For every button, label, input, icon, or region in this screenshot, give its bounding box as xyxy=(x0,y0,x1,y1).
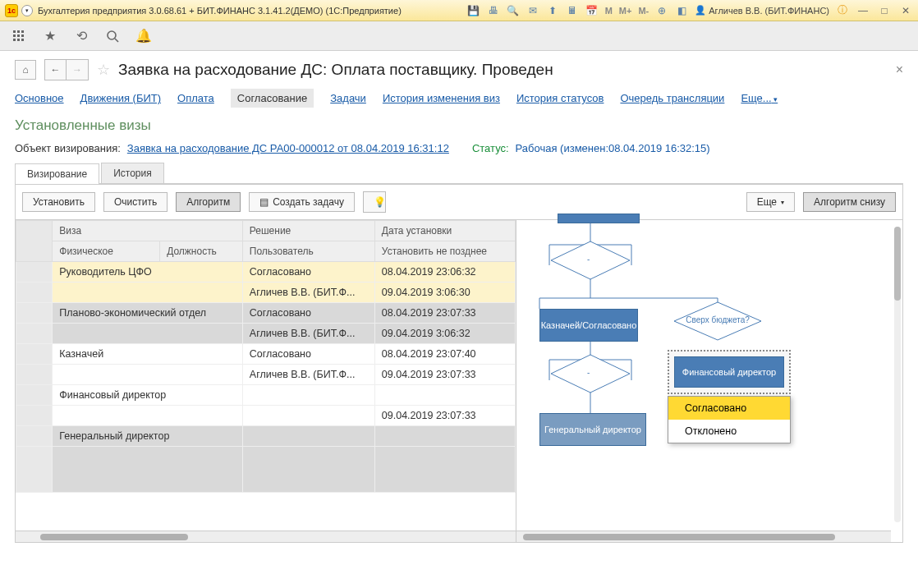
print-icon[interactable]: 🖶 xyxy=(487,4,500,17)
main-toolbar: ★ ⟲ 🔔 xyxy=(0,21,918,51)
table-row[interactable]: Агличев В.В. (БИТ.Ф...09.04.2019 3:06:30 xyxy=(16,283,516,303)
sub-tabs: Визирование История xyxy=(15,163,903,184)
tab-approval[interactable]: Согласование xyxy=(231,89,314,108)
horizontal-scrollbar[interactable] xyxy=(16,531,516,542)
minimize-button[interactable]: — xyxy=(856,4,870,17)
header-position: Должность xyxy=(160,241,243,262)
mail-icon[interactable]: ✉ xyxy=(526,4,539,17)
table-row[interactable]: Руководитель ЦФОСогласовано08.04.2019 23… xyxy=(16,262,516,283)
titlebar: 1c ▾ Бухгалтерия предприятия 3.0.68.61 +… xyxy=(0,0,918,21)
svg-rect-8 xyxy=(21,39,24,41)
tab-main[interactable]: Основное xyxy=(15,92,64,104)
tab-tasks[interactable]: Задачи xyxy=(330,92,366,104)
tab-status-history[interactable]: История статусов xyxy=(516,92,604,104)
maximize-button[interactable]: □ xyxy=(877,4,892,17)
page-title: Заявка на расходование ДС: Оплата постав… xyxy=(118,61,553,79)
svg-marker-24 xyxy=(551,241,630,279)
flow-node-treasurer[interactable]: Казначей/Согласовано xyxy=(539,309,638,342)
object-link[interactable]: Заявка на расходование ДС РА00-000012 от… xyxy=(127,142,449,154)
svg-rect-7 xyxy=(17,39,20,41)
favorites-star-icon[interactable]: ★ xyxy=(43,29,57,44)
flowchart[interactable]: - Казначей/Согласовано Сверх бюджета? - xyxy=(516,220,902,542)
back-icon[interactable]: ◧ xyxy=(675,4,688,17)
current-user[interactable]: 👤Агличев В.В. (БИТ.ФИНАНС) xyxy=(695,5,829,16)
table-row[interactable]: КазначейСогласовано08.04.2019 23:07:40 xyxy=(16,344,516,365)
algorithm-button[interactable]: Алгоритм xyxy=(176,192,241,212)
flow-decision-small-2[interactable]: - xyxy=(549,353,631,394)
calendar-icon[interactable]: 📅 xyxy=(585,4,599,17)
preview-icon[interactable]: 🔍 xyxy=(507,4,520,17)
approval-grid-pane: Виза Решение Дата установки Физическое Д… xyxy=(16,220,516,542)
flow-node-fin-director[interactable]: Финансовый директор xyxy=(674,356,784,388)
create-task-button[interactable]: ▤Создать задачу xyxy=(249,192,355,212)
table-row[interactable]: Планово-экономический отделСогласовано08… xyxy=(16,303,516,324)
bell-icon[interactable]: 🔔 xyxy=(136,29,151,44)
tab-visa-history[interactable]: История изменения виз xyxy=(383,92,500,104)
svg-point-9 xyxy=(108,31,116,39)
header-visa: Виза xyxy=(53,221,243,241)
flow-decision-budget[interactable]: Сверх бюджета? xyxy=(672,301,763,342)
header-physical: Физическое xyxy=(53,241,160,262)
status-value: Рабочая (изменен:08.04.2019 16:32:15) xyxy=(516,142,710,154)
close-window-button[interactable]: ✕ xyxy=(898,4,913,17)
clear-button[interactable]: Очистить xyxy=(103,192,168,212)
hint-button[interactable]: 💡 xyxy=(363,191,386,213)
nav-forward-button[interactable]: → xyxy=(67,60,88,80)
object-label: Объект визирования: xyxy=(15,142,121,154)
m-plus-button[interactable]: M+ xyxy=(619,6,632,16)
subtab-history[interactable]: История xyxy=(101,163,164,183)
svg-marker-26 xyxy=(551,355,630,393)
m-minus-button[interactable]: M- xyxy=(638,6,649,16)
window-title: Бухгалтерия предприятия 3.0.68.61 + БИТ.… xyxy=(38,6,402,16)
m-button[interactable]: M xyxy=(605,6,613,16)
svg-rect-1 xyxy=(17,30,20,33)
flowchart-pane: - Казначей/Согласовано Сверх бюджета? - xyxy=(516,220,902,542)
header-decision: Решение xyxy=(242,221,374,241)
save-icon[interactable]: 💾 xyxy=(467,4,480,17)
flow-node-top[interactable] xyxy=(558,214,640,223)
home-button[interactable]: ⌂ xyxy=(15,60,36,80)
header-deadline: Установить не позднее xyxy=(374,241,515,262)
tab-more[interactable]: Еще... xyxy=(741,92,778,104)
set-button[interactable]: Установить xyxy=(22,192,95,212)
calculator-icon[interactable]: 🖩 xyxy=(566,4,579,17)
ctx-approved[interactable]: Согласовано xyxy=(668,397,790,420)
search-icon[interactable] xyxy=(105,29,120,44)
table-toolbar: Установить Очистить Алгоритм ▤Создать за… xyxy=(15,184,903,219)
flow-node-gen-director[interactable]: Генеральный директор xyxy=(539,413,646,446)
more-button[interactable]: Еще▾ xyxy=(746,192,795,212)
tab-movements[interactable]: Движения (БИТ) xyxy=(80,92,161,104)
svg-line-10 xyxy=(115,39,118,42)
apps-grid-icon[interactable] xyxy=(11,29,26,44)
svg-rect-2 xyxy=(21,30,24,33)
history-icon[interactable]: ⟲ xyxy=(74,29,89,44)
vertical-scrollbar[interactable] xyxy=(894,227,901,522)
table-row[interactable]: Финансовый директор xyxy=(16,385,516,406)
table-row[interactable]: 09.04.2019 23:07:33 xyxy=(16,406,516,426)
info-icon[interactable]: ⓘ xyxy=(836,4,849,17)
object-info-line: Объект визирования: Заявка на расходован… xyxy=(15,142,903,154)
header-date: Дата установки xyxy=(374,221,515,241)
flow-decision-small[interactable]: - xyxy=(549,240,631,281)
section-title: Установленные визы xyxy=(15,117,903,134)
approval-grid[interactable]: Виза Решение Дата установки Физическое Д… xyxy=(16,220,516,531)
app-menu-dropdown[interactable]: ▾ xyxy=(21,5,33,16)
nav-back-button[interactable]: ← xyxy=(45,60,67,80)
table-row[interactable]: Генеральный директор xyxy=(16,426,516,447)
svg-rect-0 xyxy=(13,30,16,33)
horizontal-scrollbar-flow[interactable] xyxy=(516,531,891,542)
close-tab-button[interactable]: × xyxy=(896,62,903,77)
svg-rect-6 xyxy=(13,39,16,41)
export-icon[interactable]: ⬆ xyxy=(546,4,559,17)
zoom-icon[interactable]: ⊕ xyxy=(655,4,668,17)
subtab-approval[interactable]: Визирование xyxy=(15,163,99,184)
table-row[interactable]: Агличев В.В. (БИТ.Ф...09.04.2019 23:07:3… xyxy=(16,365,516,385)
ctx-rejected[interactable]: Отклонено xyxy=(668,420,790,443)
tab-broadcast-queue[interactable]: Очередь трансляции xyxy=(620,92,724,104)
svg-rect-3 xyxy=(13,34,16,37)
tab-payment[interactable]: Оплата xyxy=(177,92,214,104)
algorithm-bottom-button[interactable]: Алгоритм снизу xyxy=(803,192,896,212)
table-row[interactable]: Агличев В.В. (БИТ.Ф...09.04.2019 3:06:32 xyxy=(16,324,516,344)
favorite-star-icon[interactable]: ☆ xyxy=(97,61,110,79)
context-menu: Согласовано Отклонено xyxy=(668,396,791,443)
